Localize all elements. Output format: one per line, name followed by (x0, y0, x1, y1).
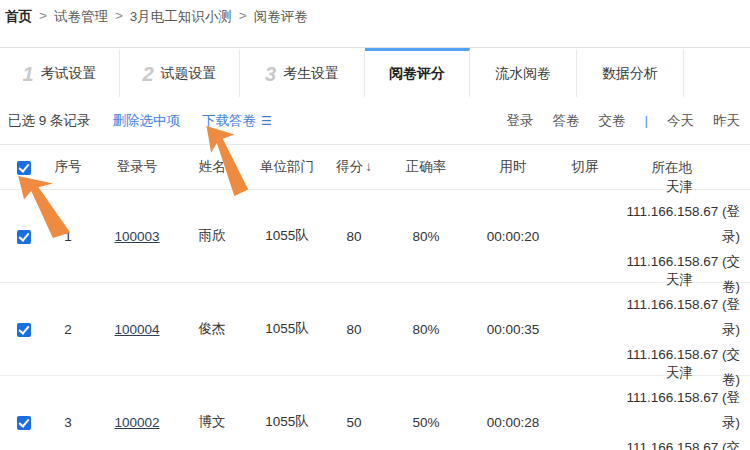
breadcrumb-separator: > (239, 8, 247, 23)
menu-icon: ☰ (261, 114, 272, 128)
cell-duration: 00:00:35 (472, 322, 554, 337)
cell-score: 80 (328, 322, 380, 337)
breadcrumb-home[interactable]: 首页 (5, 8, 32, 26)
col-header-score[interactable]: 得分↓ (328, 158, 380, 176)
col-header-score-label: 得分 (336, 159, 363, 174)
col-header-duration: 用时 (472, 158, 554, 176)
table-row: 3 100002 博文 1055队 50 50% 00:00:28 天津 111… (0, 376, 750, 450)
selected-count-text: 已选 9 条记录 (8, 112, 91, 130)
cell-name: 俊杰 (178, 320, 246, 338)
breadcrumb: 首页 > 试卷管理 > 3月电工知识小测 > 阅卷评卷 (0, 0, 750, 47)
breadcrumb-current-page: 阅卷评卷 (254, 8, 308, 26)
cell-index: 3 (40, 415, 96, 430)
location-login-ip: 111.166.158.67 (登录) (616, 199, 740, 249)
col-header-index: 序号 (40, 158, 96, 176)
cell-dept: 1055队 (246, 227, 328, 245)
tab-label: 考试设置 (41, 65, 97, 83)
tab-examinee-settings[interactable]: 3 考生设置 (240, 48, 365, 97)
location-city: 天津 (616, 174, 740, 199)
cell-duration: 00:00:28 (472, 415, 554, 430)
breadcrumb-exam-management[interactable]: 试卷管理 (54, 8, 108, 26)
col-header-dept: 单位部门 (246, 158, 328, 176)
cell-duration: 00:00:20 (472, 229, 554, 244)
tab-label: 试题设置 (161, 65, 217, 83)
select-all-checkbox[interactable] (17, 161, 31, 175)
tab-number: 2 (142, 63, 153, 86)
tab-grading[interactable]: 阅卷评分 (365, 48, 470, 97)
location-login-ip: 111.166.158.67 (登录) (616, 292, 740, 342)
cell-index: 1 (40, 229, 96, 244)
location-city: 天津 (616, 360, 740, 385)
location-submit-ip: 111.166.158.67 (交卷) (616, 435, 740, 450)
login-link[interactable]: 100002 (114, 415, 159, 430)
tab-stream-grading[interactable]: 流水阅卷 (470, 48, 577, 97)
filter-today[interactable]: 今天 (667, 112, 694, 130)
tab-question-settings[interactable]: 2 试题设置 (120, 48, 240, 97)
filter-separator: | (644, 113, 648, 128)
download-answers-button[interactable]: 下载答卷☰ (202, 112, 272, 130)
cell-dept: 1055队 (246, 320, 328, 338)
row-checkbox[interactable] (17, 230, 31, 244)
breadcrumb-separator: > (115, 8, 123, 23)
tab-label: 流水阅卷 (495, 65, 551, 83)
login-link[interactable]: 100004 (114, 322, 159, 337)
location-city: 天津 (616, 267, 740, 292)
delete-selected-button[interactable]: 删除选中项 (113, 112, 181, 130)
filter-answer[interactable]: 答卷 (552, 112, 579, 130)
cell-dept: 1055队 (246, 413, 328, 431)
toolbar: 已选 9 条记录 删除选中项 下载答卷☰ 登录 答卷 交卷 | 今天 昨天 (0, 97, 750, 144)
download-answers-label: 下载答卷 (202, 113, 256, 128)
cell-location: 天津 111.166.158.67 (登录) 111.166.158.67 (交… (616, 360, 750, 450)
tab-number: 1 (22, 63, 33, 86)
filter-submit[interactable]: 交卷 (598, 112, 625, 130)
sort-desc-icon: ↓ (365, 159, 372, 174)
breadcrumb-exam-name[interactable]: 3月电工知识小测 (130, 8, 232, 26)
cell-name: 博文 (178, 413, 246, 431)
tab-bar-filler (684, 48, 750, 97)
tab-label: 阅卷评分 (389, 65, 445, 83)
col-header-accuracy: 正确率 (380, 158, 472, 176)
col-header-screen-switch: 切屏 (554, 158, 616, 176)
breadcrumb-separator: > (39, 8, 47, 23)
location-login-ip: 111.166.158.67 (登录) (616, 385, 740, 435)
cell-score: 50 (328, 415, 380, 430)
cell-index: 2 (40, 322, 96, 337)
login-link[interactable]: 100003 (114, 229, 159, 244)
cell-score: 80 (328, 229, 380, 244)
tab-data-analysis[interactable]: 数据分析 (577, 48, 684, 97)
results-table: 序号 登录号 姓名 单位部门 得分↓ 正确率 用时 切屏 所在地 1 10000… (0, 144, 750, 450)
cell-accuracy: 50% (380, 415, 472, 430)
tab-bar: 1 考试设置 2 试题设置 3 考生设置 阅卷评分 流水阅卷 数据分析 (0, 47, 750, 97)
tab-number: 3 (265, 63, 276, 86)
filter-yesterday[interactable]: 昨天 (713, 112, 740, 130)
cell-accuracy: 80% (380, 229, 472, 244)
col-header-login: 登录号 (96, 158, 178, 176)
row-checkbox[interactable] (17, 323, 31, 337)
filter-login[interactable]: 登录 (506, 112, 533, 130)
cell-accuracy: 80% (380, 322, 472, 337)
col-header-name: 姓名 (178, 158, 246, 176)
tab-label: 考生设置 (283, 65, 339, 83)
tab-label: 数据分析 (602, 65, 658, 83)
row-checkbox[interactable] (17, 416, 31, 430)
cell-name: 雨欣 (178, 227, 246, 245)
tab-exam-settings[interactable]: 1 考试设置 (0, 48, 120, 97)
